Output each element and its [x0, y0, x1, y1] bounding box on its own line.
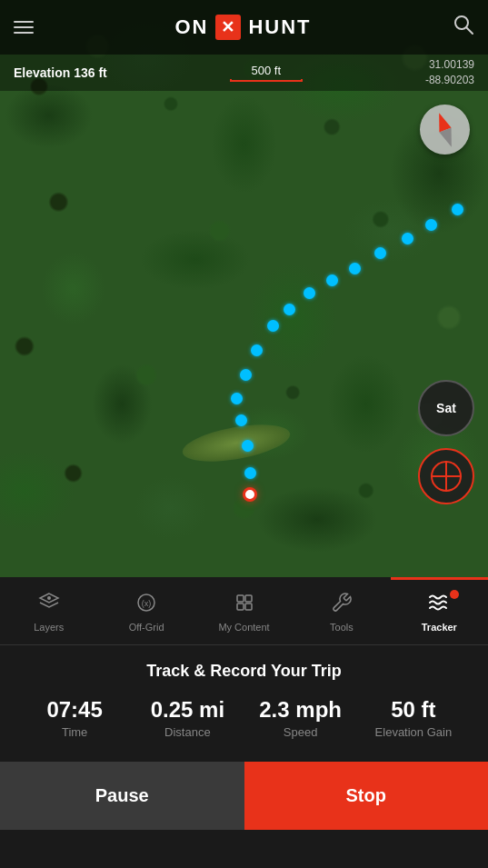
- stat-time-label: Time: [18, 725, 131, 739]
- elevation-label: Elevation: [14, 65, 70, 80]
- stat-time-value: 07:45: [18, 697, 131, 723]
- current-position-dot: [243, 487, 257, 502]
- logo-x-icon: ✕: [215, 15, 241, 40]
- tab-tracker[interactable]: Tracker: [391, 577, 488, 644]
- tab-tools-label: Tools: [330, 622, 354, 633]
- track-dot: [267, 320, 279, 332]
- crosshair-button[interactable]: [418, 448, 474, 504]
- compass-circle: [420, 105, 470, 155]
- coordinates-display: 31.00139 -88.90203: [425, 57, 474, 88]
- stop-button[interactable]: Stop: [244, 762, 489, 830]
- track-dot: [240, 369, 252, 381]
- tab-offgrid-label: Off-Grid: [129, 622, 164, 633]
- pause-button[interactable]: Pause: [0, 762, 244, 830]
- layers-icon: [38, 592, 60, 617]
- tab-offgrid[interactable]: (x) Off-Grid: [97, 577, 194, 644]
- bottom-navigation: Layers (x) Off-Grid My Cont: [0, 577, 488, 868]
- stat-speed-value: 2.3 mph: [244, 697, 357, 723]
- action-buttons: Pause Stop: [0, 762, 488, 830]
- search-button[interactable]: [453, 14, 474, 41]
- satellite-button[interactable]: Sat: [418, 380, 474, 436]
- track-dot: [304, 287, 315, 299]
- track-dot: [452, 204, 463, 215]
- tab-mycontent-label: My Content: [218, 622, 269, 633]
- stat-distance-label: Distance: [131, 725, 244, 739]
- track-dot: [402, 233, 413, 244]
- svg-text:(x): (x): [142, 599, 152, 608]
- tab-layers-label: Layers: [34, 622, 64, 633]
- tracker-panel: Track & Record Your Trip 07:45 Time 0.25…: [0, 645, 488, 739]
- stat-elevation-gain-value: 50 ft: [357, 697, 470, 723]
- svg-rect-5: [237, 595, 244, 602]
- elevation-display: Elevation 136 ft: [14, 65, 107, 80]
- tracker-icon: [426, 592, 452, 617]
- svg-rect-8: [245, 604, 252, 610]
- compass[interactable]: [420, 105, 470, 155]
- scale-bar: 500 ft: [230, 64, 303, 82]
- tools-icon: [331, 592, 353, 617]
- tab-tools[interactable]: Tools: [293, 577, 390, 644]
- scale-label: 500 ft: [252, 64, 282, 77]
- stat-elevation-gain: 50 ft Elevation Gain: [357, 697, 470, 739]
- app-logo: ON ✕ HUNT: [174, 15, 311, 40]
- svg-point-2: [47, 596, 51, 600]
- track-dot: [251, 344, 263, 356]
- map-view[interactable]: ON ✕ HUNT Elevation 136 ft 500 ft 31.001…: [0, 0, 488, 577]
- latitude: 31.00139: [425, 57, 474, 73]
- logo-text-right: HUNT: [248, 15, 311, 39]
- stat-distance-value: 0.25 mi: [131, 697, 244, 723]
- longitude: -88.90203: [425, 73, 474, 88]
- tab-mycontent[interactable]: My Content: [195, 577, 293, 644]
- svg-line-1: [466, 27, 473, 34]
- track-dot: [244, 467, 256, 479]
- stat-speed: 2.3 mph Speed: [244, 697, 357, 739]
- track-dot: [349, 263, 361, 274]
- elevation-value: 136 ft: [74, 65, 107, 80]
- scale-line: [230, 79, 303, 82]
- track-dot: [374, 247, 386, 259]
- track-dot: [242, 440, 254, 452]
- tab-tracker-label: Tracker: [422, 622, 457, 633]
- logo-text-left: ON: [174, 15, 208, 39]
- app-header: ON ✕ HUNT: [0, 0, 488, 55]
- track-dot: [326, 274, 338, 286]
- svg-rect-7: [237, 604, 244, 610]
- mycontent-icon: [234, 592, 255, 617]
- crosshair-icon: [431, 461, 462, 492]
- stat-speed-label: Speed: [244, 725, 357, 739]
- stat-time: 07:45 Time: [18, 697, 131, 739]
- track-dot: [235, 414, 247, 426]
- menu-button[interactable]: [14, 21, 34, 34]
- tab-layers[interactable]: Layers: [0, 577, 97, 644]
- stat-elevation-gain-label: Elevation Gain: [357, 725, 470, 739]
- offgrid-icon: (x): [135, 592, 157, 617]
- tracker-title: Track & Record Your Trip: [18, 662, 470, 681]
- track-dot: [425, 219, 437, 231]
- svg-rect-6: [245, 595, 252, 602]
- stat-distance: 0.25 mi Distance: [131, 697, 244, 739]
- nav-tab-bar: Layers (x) Off-Grid My Cont: [0, 577, 488, 645]
- tracker-stats: 07:45 Time 0.25 mi Distance 2.3 mph Spee…: [18, 697, 470, 739]
- track-dot: [231, 393, 243, 404]
- track-dot: [284, 304, 295, 315]
- map-info-bar: Elevation 136 ft 500 ft 31.00139 -88.902…: [0, 55, 488, 91]
